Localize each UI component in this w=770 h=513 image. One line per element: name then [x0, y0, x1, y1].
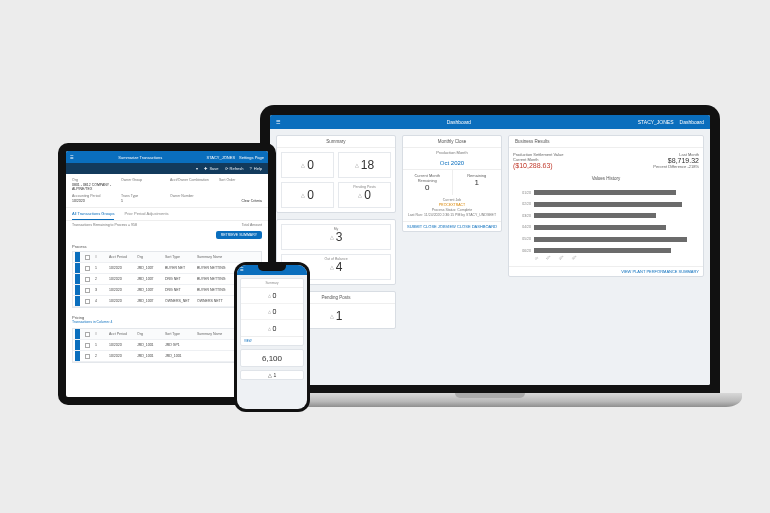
clear-criteria-link[interactable]: Clear Criteria — [219, 199, 262, 203]
chart-bar: 02/20 — [517, 200, 695, 209]
chart-bar: 03/20 — [517, 211, 695, 220]
tablet-statusline: Transactions Remaining to Process = 958 … — [66, 221, 268, 229]
page-chip[interactable]: Dashboard — [680, 119, 704, 125]
trans-remaining: Transactions Remaining to Process = 958 — [72, 223, 137, 227]
phone-kpi-1[interactable]: △0 — [241, 304, 303, 320]
tab-prior-period[interactable]: Prior Period Adjustments — [124, 211, 168, 220]
remaining-right: Remaining 1 — [453, 170, 502, 195]
phone-title: Dashboard — [263, 268, 280, 272]
prod-month-value: Oct 2020 — [403, 157, 501, 169]
tablet-title: Summarize Transactions — [118, 155, 162, 160]
tablet-topbar: ☰ Summarize Transactions STACY_JONES Set… — [66, 151, 268, 163]
summary-title: Summary — [277, 136, 395, 148]
remaining-left: Current Month Remaining 0 — [403, 170, 453, 195]
refresh-tool[interactable]: ⟳Refresh — [225, 166, 244, 171]
filter-owner-group[interactable]: Owner Group — [121, 178, 164, 191]
settlement-right: Last Month $8,719.32 Percent Difference … — [653, 152, 699, 169]
submit-close-link[interactable]: SUBMIT CLOSE JOB — [407, 224, 446, 229]
filter-acct-period[interactable]: Accounting Period10/2020 — [72, 194, 115, 203]
triangle-icon: △ — [330, 264, 334, 270]
phone-kpi-0[interactable]: △0 — [241, 288, 303, 304]
triangle-icon: △ — [330, 313, 334, 319]
chart-bar: 01/20 — [517, 188, 695, 197]
settings-chip[interactable]: Settings Page — [239, 155, 264, 160]
tablet-toolbar: ▾ ✚Save ⟳Refresh ?Help — [66, 163, 268, 174]
retrieve-summary-button[interactable]: RETRIEVE SUMMARY — [216, 231, 262, 239]
table-row[interactable]: 310/2020JRD_1007DRG NETBUYER NETTING — [73, 285, 261, 296]
kpi-3[interactable]: Pending Posts △ 0 — [338, 182, 391, 208]
laptop-topbar: ☰ Dashboard STACY_JONES Dashboard — [270, 115, 710, 129]
prod-month-label: Production Month — [403, 148, 501, 157]
filter-acct-combo[interactable]: Acct/Owner Combination — [170, 178, 213, 191]
laptop-frame: ☰ Dashboard STACY_JONES Dashboard Summar… — [260, 105, 720, 395]
laptop-notch — [455, 393, 525, 398]
phone-metric-card: 6,100 — [240, 349, 304, 367]
laptop-base — [238, 393, 742, 407]
settlement-left: Production Settlement Value Current Mont… — [513, 152, 563, 169]
phone-summary-card: Summary △0 △0 △0 VIEW — [240, 278, 304, 346]
menu-icon[interactable]: ☰ — [70, 155, 74, 160]
kpi-1[interactable]: △ 18 — [338, 152, 391, 178]
filter-tool[interactable]: ▾ — [196, 166, 198, 171]
user-chip[interactable]: STACY_JONES — [206, 155, 235, 160]
filter-owner-number[interactable]: Owner Number — [170, 194, 213, 203]
save-tool[interactable]: ✚Save — [204, 166, 218, 171]
triangle-icon: △ — [330, 234, 334, 240]
table-row[interactable]: 110/2020JRD_1001JRD GP1 — [73, 340, 261, 351]
refresh-icon: ⟳ — [225, 166, 228, 171]
phone-frame: ☰ Dashboard Summary △0 △0 △0 VIEW 6,100 … — [234, 262, 310, 412]
triangle-icon: △ — [268, 326, 271, 331]
summary-card: Summary △ 0 △ 18 △ 0 — [276, 135, 396, 213]
kpi-my[interactable]: My △ 3 — [281, 224, 391, 250]
kpi-0[interactable]: △ 0 — [281, 152, 334, 178]
save-icon: ✚ — [204, 166, 207, 171]
phone-screen: ☰ Dashboard Summary △0 △0 △0 VIEW 6,100 … — [237, 265, 307, 409]
kpi-2[interactable]: △ 0 — [281, 182, 334, 208]
triangle-icon: △ — [358, 192, 362, 198]
help-icon: ? — [250, 166, 252, 171]
chart-bar: 06/20 — [517, 246, 695, 255]
help-tool[interactable]: ?Help — [250, 166, 262, 171]
last-run: Last Run: 11/24/2020 2:36:15 PM by STACY… — [406, 213, 498, 218]
view-close-link[interactable]: VIEW CLOSE DASHBOARD — [446, 224, 497, 229]
phone-view-link[interactable]: VIEW — [241, 336, 303, 345]
filter-org[interactable]: Org0801 - 0812 COMPANY - ALPINE/TEX — [72, 178, 115, 191]
phone-metric[interactable]: 6,100 — [241, 350, 303, 366]
phone-topbar: ☰ Dashboard — [237, 265, 307, 275]
user-chip[interactable]: STACY_JONES — [638, 119, 674, 125]
phone-summary-title: Summary — [241, 279, 303, 288]
chart-bar: 04/20 — [517, 223, 695, 232]
tab-all-transactions[interactable]: All Transactions Groups — [72, 211, 114, 220]
laptop-screen: ☰ Dashboard STACY_JONES Dashboard Summar… — [270, 115, 710, 385]
table-row[interactable]: 210/2020JRD_1001JRD_1001 — [73, 351, 261, 362]
chart-bar: 05/20 — [517, 235, 695, 244]
filter-trans-type[interactable]: Trans Type1 — [121, 194, 164, 203]
phone-bottom-kpi[interactable]: △ 1 — [240, 370, 304, 380]
menu-icon[interactable]: ☰ — [240, 268, 244, 272]
view-perf-link[interactable]: VIEW PLANT PERFORMANCE SUMMARY — [509, 266, 703, 276]
triangle-icon: △ — [301, 162, 305, 168]
menu-icon[interactable]: ☰ — [276, 119, 280, 125]
monthly-close-card: Monthly Close Production Month Oct 2020 … — [402, 135, 502, 232]
tablet-filters: Org0801 - 0812 COMPANY - ALPINE/TEX Owne… — [66, 174, 268, 208]
monthly-close-title: Monthly Close — [403, 136, 501, 148]
filter-sort-order[interactable]: Sort Order — [219, 178, 262, 191]
triangle-icon: △ — [355, 162, 359, 168]
laptop-body: Summary △ 0 △ 18 △ 0 — [270, 129, 710, 385]
phone-kpi-2[interactable]: △0 — [241, 320, 303, 336]
tablet-subtabs: All Transactions Groups Prior Period Adj… — [66, 208, 268, 221]
table-row[interactable]: 110/2020JRD_1007BUYER NETBUYER NETTING — [73, 263, 261, 274]
table-row[interactable]: 410/2020JRD_1007OWNERS_NETOWNERS NETT — [73, 296, 261, 307]
total-amount-label: Total Amount — [242, 223, 262, 227]
chart-title: Values History — [509, 173, 703, 184]
triangle-icon: △ — [268, 372, 272, 378]
triangle-icon: △ — [301, 192, 305, 198]
triangle-icon: △ — [268, 309, 271, 314]
business-results-title: Business Results — [509, 136, 703, 148]
values-history-chart: 01/2002/2003/2004/2005/2006/200k10k20k30… — [509, 184, 703, 266]
table-row[interactable]: 210/2020JRD_1007DRG NETBUYER NETTING — [73, 274, 261, 285]
business-results-card: Business Results Production Settlement V… — [508, 135, 704, 277]
filter-icon: ▾ — [196, 166, 198, 171]
triangle-icon: △ — [268, 293, 271, 298]
laptop-title: Dashboard — [447, 119, 471, 125]
